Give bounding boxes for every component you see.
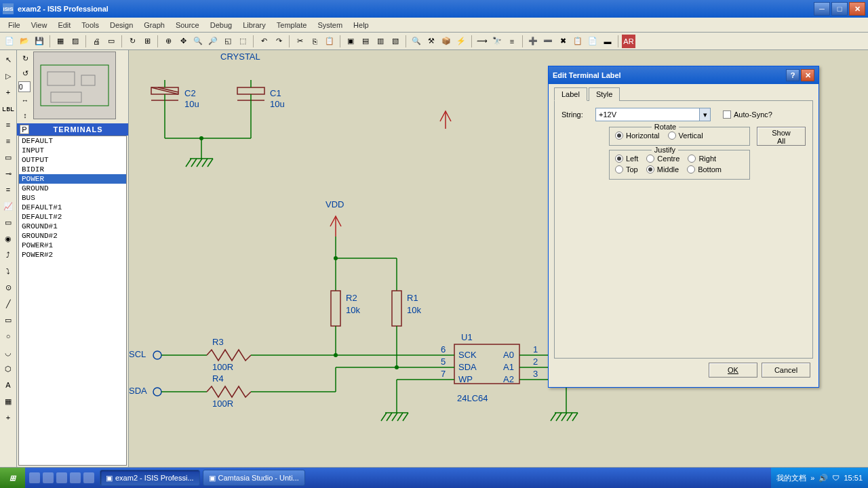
cut-icon[interactable]: ✂ bbox=[293, 35, 307, 48]
component-icon[interactable]: ▷ bbox=[1, 69, 15, 83]
zoomin-icon[interactable]: 🔍 bbox=[191, 35, 205, 48]
maximize-button[interactable]: □ bbox=[831, 2, 848, 16]
chevron-down-icon[interactable]: ▾ bbox=[699, 108, 710, 121]
ares-icon[interactable]: ▬ bbox=[601, 35, 614, 48]
menu-system[interactable]: System bbox=[312, 20, 348, 30]
terminal-list-item[interactable]: INPUT bbox=[19, 146, 126, 155]
tray-expand-icon[interactable]: » bbox=[810, 474, 814, 482]
minimize-button[interactable]: ─ bbox=[814, 2, 830, 16]
tray-folder[interactable]: 我的文档 bbox=[776, 473, 806, 483]
bom-icon[interactable]: 📄 bbox=[586, 35, 599, 48]
zoomarea-icon[interactable]: ⬚ bbox=[236, 35, 250, 48]
terminal-list-item[interactable]: BUS bbox=[19, 193, 126, 203]
overview-map[interactable] bbox=[33, 52, 116, 119]
string-input[interactable] bbox=[596, 108, 699, 121]
tab-label[interactable]: Label bbox=[554, 87, 587, 101]
probe-v-icon[interactable]: ⤴ bbox=[1, 248, 15, 262]
autosync-checkbox[interactable]: Auto-Sync? bbox=[723, 110, 772, 119]
dialog-help-button[interactable]: ? bbox=[786, 69, 800, 81]
menu-tools[interactable]: Tools bbox=[76, 20, 104, 30]
bus-icon[interactable]: ≡ bbox=[1, 134, 15, 148]
tape-icon[interactable]: ▭ bbox=[1, 216, 15, 229]
refresh-icon[interactable]: ↻ bbox=[125, 35, 139, 48]
menu-design[interactable]: Design bbox=[104, 20, 138, 30]
erc-icon[interactable]: ✖ bbox=[556, 35, 570, 48]
subcircuit-icon[interactable]: ▭ bbox=[1, 150, 15, 164]
terminal-list-item[interactable]: GROUND#2 bbox=[19, 231, 126, 241]
terminal-list-item[interactable]: DEFAULT bbox=[19, 136, 126, 146]
menu-library[interactable]: Library bbox=[237, 20, 271, 30]
grid-icon[interactable]: ⊞ bbox=[140, 35, 154, 48]
import-icon[interactable]: ▦ bbox=[54, 35, 67, 48]
rotate-vertical-radio[interactable]: Vertical bbox=[668, 131, 703, 140]
zoomall-icon[interactable]: ◱ bbox=[221, 35, 235, 48]
justify-middle-radio[interactable]: Middle bbox=[646, 165, 679, 174]
quicklaunch-icon[interactable] bbox=[43, 472, 54, 483]
wire-autoroute-icon[interactable]: ⟿ bbox=[475, 35, 489, 48]
export-icon[interactable]: ▨ bbox=[68, 35, 82, 48]
tray-icon[interactable]: 🔊 bbox=[818, 474, 828, 483]
terminal-list-item[interactable]: OUTPUT bbox=[19, 155, 126, 165]
block-copy-icon[interactable]: ▣ bbox=[344, 35, 357, 48]
terminal-icon[interactable]: ⊸ bbox=[1, 167, 15, 180]
pick-device-button[interactable]: P bbox=[20, 125, 29, 134]
copy-icon[interactable]: ⎘ bbox=[308, 35, 321, 48]
justify-top-radio[interactable]: Top bbox=[615, 165, 638, 174]
marker-icon[interactable]: + bbox=[1, 411, 15, 424]
menu-file[interactable]: File bbox=[3, 20, 26, 30]
justify-bottom-radio[interactable]: Bottom bbox=[687, 165, 722, 174]
probe-i-icon[interactable]: ⤵ bbox=[1, 264, 15, 278]
close-button[interactable]: ✕ bbox=[849, 2, 865, 16]
decompose-icon[interactable]: ⚡ bbox=[454, 35, 468, 48]
save-icon[interactable]: 💾 bbox=[33, 35, 46, 48]
package-icon[interactable]: 📦 bbox=[439, 35, 453, 48]
tab-style[interactable]: Style bbox=[589, 87, 620, 101]
print-icon[interactable]: 🖨 bbox=[90, 35, 103, 48]
circle-icon[interactable]: ○ bbox=[1, 329, 15, 343]
terminal-list-item[interactable]: POWER#1 bbox=[19, 241, 126, 250]
property-icon[interactable]: ≡ bbox=[505, 35, 519, 48]
instrument-icon[interactable]: ⊙ bbox=[1, 281, 15, 294]
symbol-icon[interactable]: ▦ bbox=[1, 394, 15, 408]
rotate-cw-icon[interactable]: ↻ bbox=[18, 52, 32, 65]
block-move-icon[interactable]: ▤ bbox=[359, 35, 372, 48]
terminal-list[interactable]: DEFAULTINPUTOUTPUTBIDIRPOWERGROUNDBUSDEF… bbox=[18, 136, 127, 466]
dialog-titlebar[interactable]: Edit Terminal Label ? ✕ bbox=[549, 66, 818, 84]
terminal-list-item[interactable]: DEFAULT#2 bbox=[19, 212, 126, 222]
taskbar-item-isis[interactable]: ▣exam2 - ISIS Professi... bbox=[100, 470, 200, 486]
printarea-icon[interactable]: ▭ bbox=[104, 35, 118, 48]
mirror-h-icon[interactable]: ↔ bbox=[18, 94, 32, 107]
generator-icon[interactable]: ◉ bbox=[1, 232, 15, 245]
graph-icon[interactable]: 📈 bbox=[1, 199, 15, 213]
label-icon[interactable]: ʟʙʟ bbox=[1, 102, 15, 115]
string-combo[interactable]: ▾ bbox=[595, 108, 711, 121]
block-delete-icon[interactable]: ▧ bbox=[389, 35, 402, 48]
undo-icon[interactable]: ↶ bbox=[257, 35, 271, 48]
justify-centre-radio[interactable]: Centre bbox=[646, 155, 679, 163]
quicklaunch-icon[interactable] bbox=[56, 472, 67, 483]
justify-right-radio[interactable]: Right bbox=[688, 155, 716, 163]
terminal-list-item[interactable]: BIDIR bbox=[19, 165, 126, 174]
make-icon[interactable]: ⚒ bbox=[425, 35, 438, 48]
redo-icon[interactable]: ↷ bbox=[272, 35, 285, 48]
quicklaunch-icon[interactable] bbox=[29, 472, 40, 483]
tray-icon[interactable]: 🛡 bbox=[832, 474, 840, 482]
terminal-list-item[interactable]: DEFAULT#1 bbox=[19, 203, 126, 212]
pan-icon[interactable]: ✥ bbox=[176, 35, 190, 48]
pin-icon[interactable]: = bbox=[1, 183, 15, 197]
taskbar-item-camtasia[interactable]: ▣Camtasia Studio - Unti... bbox=[203, 470, 305, 486]
netlist-icon[interactable]: 📋 bbox=[571, 35, 585, 48]
menu-debug[interactable]: Debug bbox=[205, 20, 237, 30]
terminal-list-item[interactable]: POWER#2 bbox=[19, 250, 126, 260]
new-icon[interactable]: 📄 bbox=[3, 35, 16, 48]
menu-graph[interactable]: Graph bbox=[138, 20, 170, 30]
menu-template[interactable]: Template bbox=[271, 20, 313, 30]
mirror-v-icon[interactable]: ↕ bbox=[18, 108, 32, 122]
show-all-button[interactable]: Show All bbox=[757, 127, 806, 146]
zoomout-icon[interactable]: 🔎 bbox=[206, 35, 220, 48]
terminal-list-item[interactable]: GROUND bbox=[19, 184, 126, 193]
origin-icon[interactable]: ⊕ bbox=[161, 35, 175, 48]
justify-left-radio[interactable]: Left bbox=[615, 155, 638, 163]
sheet-remove-icon[interactable]: ➖ bbox=[541, 35, 555, 48]
menu-view[interactable]: View bbox=[26, 20, 53, 30]
